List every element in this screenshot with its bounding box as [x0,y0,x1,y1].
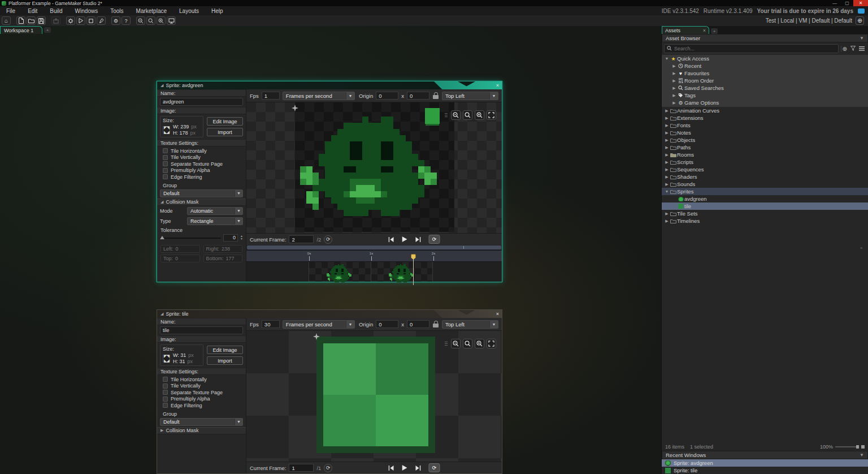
skip-to-end-button[interactable] [415,466,420,471]
caret-icon[interactable]: ▶ [664,219,670,223]
play-button[interactable] [402,465,407,471]
fps-field[interactable]: 1 [262,92,280,100]
gear-button[interactable]: ⚙ [111,16,120,25]
zoom-out-button[interactable] [451,339,461,348]
origin-x-field[interactable]: 0 [376,92,398,100]
tab-workspace-1[interactable]: Workspace 1 [0,26,42,34]
mask-bottom-field[interactable]: Bottom:177 [203,255,243,262]
tile-canvas[interactable] [246,331,502,462]
tile-titlebar[interactable]: ◢ Sprite: tile × [157,310,502,318]
caret-icon[interactable]: ▼ [664,189,670,193]
caret-icon[interactable]: ▶ [671,101,677,105]
tree-item-shaders[interactable]: ▶Shaders [662,173,868,180]
zoom-out-button[interactable] [136,16,145,25]
tree-item-objects[interactable]: ▶Objects [662,136,868,144]
menu-marketplace[interactable]: Marketplace [130,8,173,14]
feedback-chat-icon[interactable] [858,8,865,14]
mask-left-field[interactable]: Left:0 [160,245,200,253]
fit-view-button[interactable] [487,110,496,120]
file-new-button[interactable] [16,16,25,25]
save-button[interactable] [37,16,46,25]
assets-tab-close-icon[interactable]: × [703,28,706,33]
checkbox-tile-horizontally[interactable]: Tile Horizontally [157,376,246,383]
tree-item-scripts[interactable]: ▶Scripts [662,158,868,166]
import-button[interactable]: Import [207,128,243,136]
window-close-icon[interactable]: × [496,310,499,318]
caret-icon[interactable]: ▶ [664,212,670,216]
origin-mode-select[interactable]: Top Left▼ [442,320,498,329]
checkbox-icon[interactable] [163,155,168,160]
recent-window-tile[interactable]: Sprite: tile [662,467,868,474]
checkbox-tile-horizontally[interactable]: Tile Horizontally [157,148,246,154]
clean-button[interactable] [97,16,106,25]
drag-handle[interactable] [445,113,448,117]
fps-mode-select[interactable]: Frames per second▼ [283,320,355,329]
caret-icon[interactable]: ▼ [664,57,670,61]
tree-item-quick-access[interactable]: ▼★Quick Access [662,55,868,62]
tree-item-animation-curves[interactable]: ▶Animation Curves [662,107,868,114]
fps-mode-select[interactable]: Frames per second▼ [283,92,355,100]
avdgreen-titlebar[interactable]: ◢ Sprite: avdgreen × [157,81,502,89]
origin-y-field[interactable]: 0 [407,92,429,100]
caret-icon[interactable]: ▶ [664,160,670,165]
menu-build[interactable]: Build [44,8,68,14]
menu-icon[interactable] [859,46,865,52]
zoom-in-button[interactable] [475,339,484,348]
target-config-text[interactable]: Test | Local | VM | Default | Default [766,18,852,24]
caret-icon[interactable]: ▶ [664,182,670,187]
collapse-icon[interactable]: ◢ [160,83,163,88]
caret-icon[interactable]: ▶ [671,64,677,68]
tree-item-avdgreen[interactable]: avdgreen [662,195,868,202]
tree-item-game-options[interactable]: ▶⚙Game Options [662,99,868,106]
zoom-reset-button[interactable] [146,16,155,25]
checkbox-icon[interactable] [163,377,168,382]
origin-y-field[interactable]: 0 [407,320,429,328]
avdgreen-canvas[interactable] [246,102,502,233]
collision-mask-header[interactable]: ▶ Collision Mask [157,427,246,434]
tolerance-value[interactable]: 0 [223,234,238,242]
menu-edit[interactable]: Edit [21,8,44,14]
caret-icon[interactable]: ▶ [671,86,677,91]
fit-view-button[interactable] [487,339,496,348]
group-select[interactable]: Default▼ [160,418,243,426]
menu-layouts[interactable]: Layouts [173,8,205,14]
skip-to-start-button[interactable] [388,466,394,471]
origin-x-field[interactable]: 0 [376,320,398,328]
checkbox-icon[interactable] [163,168,168,173]
windows-button[interactable] [167,16,176,25]
caret-icon[interactable]: ▶ [664,175,670,179]
checkbox-icon[interactable] [163,397,168,402]
timeline-ruler[interactable]: 0s1s2s [246,250,502,261]
tree-item-saved-searches[interactable]: ▶Saved Searches [662,84,868,92]
caret-icon[interactable]: ▶ [664,145,670,150]
tree-item-recent[interactable]: ▶Recent [662,62,868,70]
caret-icon[interactable]: ▶ [664,109,670,113]
zoom-in-button[interactable] [475,110,484,120]
collision-mask-header[interactable]: ◢ Collision Mask [157,199,246,206]
checkbox-premultiply-alpha[interactable]: Premultiply Alpha [157,167,246,174]
caret-icon[interactable]: ▶ [664,131,670,135]
menu-windows[interactable]: Windows [69,8,105,14]
playback-loop-button[interactable]: ⟳ [428,235,440,244]
tree-item-timelines[interactable]: ▶Timelines [662,217,868,225]
checkbox-icon[interactable] [163,174,168,179]
menu-tools[interactable]: Tools [104,8,129,14]
tab-assets[interactable]: Assets × [662,26,709,34]
tree-item-room-order[interactable]: ▶Room Order [662,77,868,84]
fps-field[interactable]: 30 [262,320,280,328]
recent-windows-header[interactable]: Recent Windows ▼ [662,451,868,459]
zoom-in-button[interactable] [157,16,166,25]
name-field[interactable]: tile [160,326,243,334]
window-close-icon[interactable]: × [496,81,499,89]
type-select[interactable]: Rectangle▼ [187,217,243,225]
timeline-frames[interactable] [246,261,502,282]
minimize-button[interactable]: — [828,0,841,6]
tree-item-paths[interactable]: ▶Paths [662,144,868,151]
playback-loop-button[interactable]: ⟳ [428,463,440,472]
recent-window-avdgreen[interactable]: Sprite: avdgreen [662,459,868,467]
stop-button[interactable] [86,16,96,25]
frame-2-thumbnail[interactable] [389,263,416,283]
tree-item-tile-sets[interactable]: ▶Tile Sets [662,210,868,217]
resize-icon[interactable]: ◤◥◣◢ [163,126,170,133]
width-value[interactable]: W: 239 [173,124,189,130]
